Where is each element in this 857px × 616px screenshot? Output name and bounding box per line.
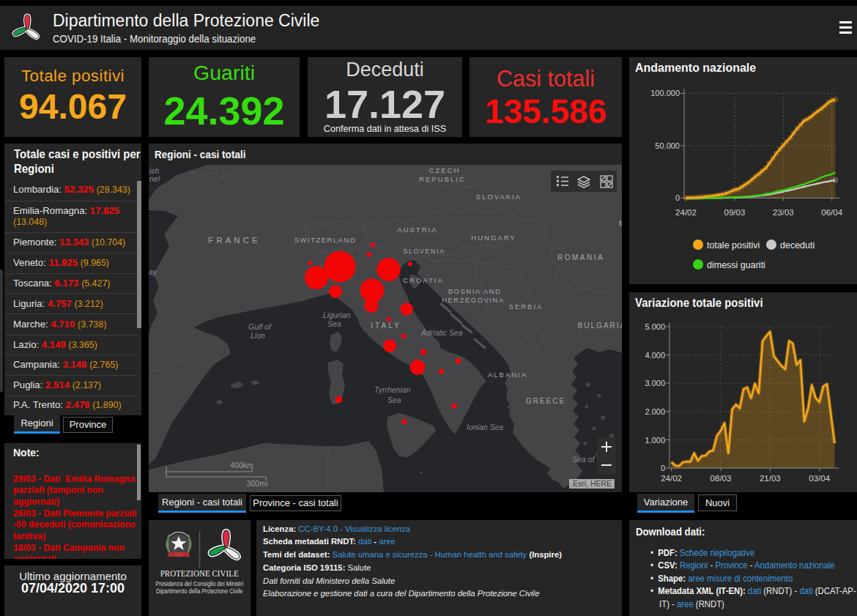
svg-text:SLOVAKIA: SLOVAKIA bbox=[476, 193, 522, 201]
svg-text:REPUBLIC: REPUBLIC bbox=[419, 175, 466, 183]
svg-text:HERZEGOVINA: HERZEGOVINA bbox=[442, 296, 505, 304]
svg-text:Sea of: Sea of bbox=[572, 455, 595, 464]
svg-text:BOSNIA AND: BOSNIA AND bbox=[448, 287, 502, 295]
svg-text:FRANCE: FRANCE bbox=[208, 236, 260, 245]
svg-text:CROATIA: CROATIA bbox=[403, 276, 444, 284]
svg-text:300mi: 300mi bbox=[247, 479, 268, 488]
svg-text:4.000: 4.000 bbox=[645, 351, 665, 360]
svg-text:ay: ay bbox=[149, 267, 157, 276]
svg-text:400km: 400km bbox=[230, 461, 253, 470]
svg-text:SERBIA: SERBIA bbox=[509, 303, 543, 311]
svg-text:5.000: 5.000 bbox=[645, 322, 665, 331]
svg-text:24/02: 24/02 bbox=[675, 208, 697, 217]
svg-text:03/04: 03/04 bbox=[809, 474, 830, 483]
svg-text:06/04: 06/04 bbox=[821, 208, 842, 217]
svg-text:BULGARIA: BULGARIA bbox=[578, 322, 622, 330]
svg-text:Ligurian: Ligurian bbox=[323, 311, 351, 319]
svg-text:100.000: 100.000 bbox=[650, 89, 680, 97]
svg-text:2.000: 2.000 bbox=[645, 407, 665, 416]
svg-text:SWITZERLAND: SWITZERLAND bbox=[294, 236, 357, 244]
svg-text:ROMANIA: ROMANIA bbox=[557, 253, 604, 261]
svg-text:3.000: 3.000 bbox=[645, 379, 665, 387]
svg-text:0: 0 bbox=[661, 464, 665, 472]
svg-text:1.000: 1.000 bbox=[645, 436, 665, 445]
svg-text:SLOVENIA: SLOVENIA bbox=[403, 248, 445, 255]
svg-text:08/03: 08/03 bbox=[711, 474, 732, 483]
svg-text:Sea: Sea bbox=[387, 396, 401, 404]
svg-text:Gulf of: Gulf of bbox=[248, 322, 272, 331]
svg-text:50.000: 50.000 bbox=[655, 141, 680, 150]
svg-text:nel: nel bbox=[149, 174, 160, 183]
svg-text:Adriatic Sea: Adriatic Sea bbox=[420, 328, 463, 337]
svg-text:24/02: 24/02 bbox=[661, 474, 682, 483]
svg-text:GREECE: GREECE bbox=[526, 397, 565, 405]
svg-text:AUSTRIA: AUSTRIA bbox=[397, 226, 437, 234]
svg-text:23/03: 23/03 bbox=[773, 208, 794, 217]
svg-text:Esri, HERE: Esri, HERE bbox=[573, 479, 612, 488]
svg-text:09/03: 09/03 bbox=[724, 208, 746, 217]
svg-text:0: 0 bbox=[675, 193, 680, 202]
svg-text:Sea: Sea bbox=[327, 319, 341, 328]
svg-text:HUNGARY: HUNGARY bbox=[471, 234, 516, 242]
svg-text:21/03: 21/03 bbox=[760, 474, 781, 483]
svg-text:CZECH: CZECH bbox=[429, 166, 461, 174]
svg-text:M: M bbox=[619, 220, 622, 228]
svg-text:Ionian Sea: Ionian Sea bbox=[467, 423, 503, 431]
svg-text:ITALY: ITALY bbox=[371, 322, 401, 330]
svg-text:ALBANIA: ALBANIA bbox=[488, 371, 527, 379]
svg-text:Tyrrhenian: Tyrrhenian bbox=[374, 385, 411, 394]
svg-text:Lion: Lion bbox=[251, 331, 265, 340]
